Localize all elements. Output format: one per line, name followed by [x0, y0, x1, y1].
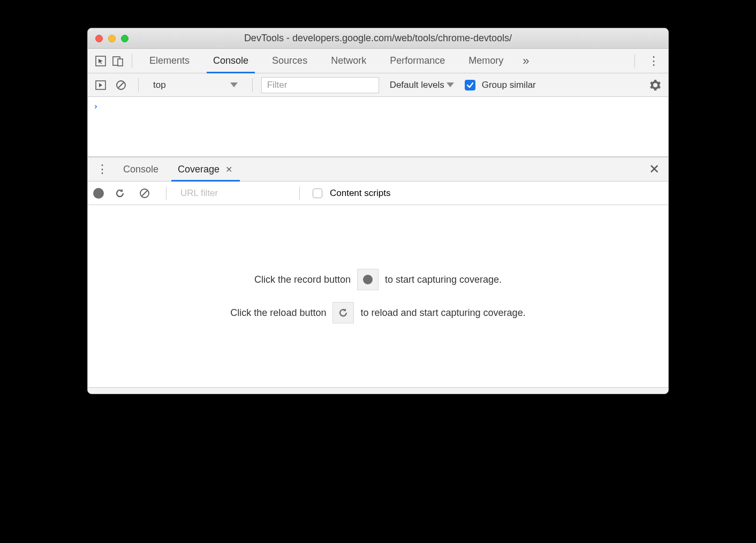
content-scripts-checkbox[interactable] — [313, 188, 322, 198]
content-scripts-label: Content scripts — [330, 188, 390, 199]
reload-hint-row: Click the reload button to reload and st… — [230, 302, 525, 323]
record-hint-post: to start capturing coverage. — [385, 274, 502, 285]
svg-line-7 — [142, 191, 147, 196]
svg-rect-2 — [118, 59, 123, 66]
reload-button[interactable] — [111, 185, 128, 202]
reload-icon — [338, 307, 349, 318]
reload-hint-pre: Click the reload button — [230, 307, 326, 319]
tab-label: Elements — [149, 55, 190, 66]
zoom-window-button[interactable] — [121, 35, 128, 42]
kebab-icon: ⋮ — [96, 162, 108, 176]
console-prompt-icon: › — [93, 101, 99, 111]
traffic-lights — [95, 35, 128, 42]
record-hint-pre: Click the record button — [254, 274, 351, 285]
tab-label: Performance — [390, 55, 445, 66]
tab-console[interactable]: Console — [201, 49, 260, 73]
tab-label: Memory — [468, 55, 503, 66]
tab-network[interactable]: Network — [319, 49, 378, 73]
titlebar: DevTools - developers.google.com/web/too… — [88, 28, 668, 49]
tab-label: Console — [213, 55, 248, 66]
show-console-sidebar-icon[interactable] — [92, 77, 109, 94]
caret-down-icon — [230, 82, 238, 87]
coverage-toolbar: Content scripts — [88, 182, 668, 205]
drawer-footer — [88, 387, 668, 394]
svg-line-5 — [118, 82, 124, 88]
record-icon — [363, 275, 373, 284]
drawer-tab-coverage[interactable]: Coverage ✕ — [168, 157, 243, 181]
tab-memory[interactable]: Memory — [457, 49, 515, 73]
more-tabs-button[interactable]: » — [515, 49, 536, 73]
close-icon: ✕ — [649, 162, 660, 176]
separator — [132, 54, 132, 68]
tab-elements[interactable]: Elements — [138, 49, 201, 73]
record-hint-button[interactable] — [357, 269, 379, 290]
minimize-window-button[interactable] — [108, 35, 116, 42]
caret-down-icon — [447, 82, 454, 87]
execution-context-selector[interactable]: top — [147, 77, 244, 93]
record-button[interactable] — [93, 188, 104, 199]
coverage-empty-state: Click the record button to start capturi… — [88, 205, 668, 387]
gear-icon — [650, 80, 661, 90]
main-toolbar: Elements Console Sources Network Perform… — [88, 49, 668, 73]
console-toolbar: top Default levels Group similar — [88, 73, 668, 97]
group-similar-label: Group similar — [482, 80, 536, 90]
record-hint-row: Click the record button to start capturi… — [254, 269, 502, 290]
tab-sources[interactable]: Sources — [260, 49, 319, 73]
group-similar-checkbox[interactable] — [465, 80, 475, 90]
execution-context-label: top — [153, 80, 166, 90]
settings-menu-button[interactable]: ⋮ — [644, 54, 664, 68]
clear-coverage-button[interactable] — [136, 185, 153, 202]
reload-hint-button[interactable] — [332, 302, 354, 323]
close-drawer-button[interactable]: ✕ — [644, 162, 665, 177]
drawer-tabbar: ⋮ Console Coverage ✕ ✕ — [88, 157, 668, 182]
reload-hint-post: to reload and start capturing coverage. — [360, 307, 525, 319]
clear-icon — [139, 188, 150, 199]
reload-icon — [115, 188, 125, 199]
tab-label: Sources — [272, 55, 307, 66]
window-title: DevTools - developers.google.com/web/too… — [88, 33, 668, 44]
chevrons-right-icon: » — [523, 54, 529, 68]
devtools-window: DevTools - developers.google.com/web/too… — [87, 28, 669, 394]
main-tabs: Elements Console Sources Network Perform… — [138, 49, 536, 73]
close-window-button[interactable] — [95, 35, 103, 42]
drawer-menu-button[interactable]: ⋮ — [91, 162, 114, 176]
tab-label: Network — [331, 55, 366, 66]
close-tab-icon[interactable]: ✕ — [224, 164, 233, 174]
drawer-tab-label: Console — [123, 164, 158, 175]
separator — [138, 78, 139, 92]
separator — [634, 54, 635, 68]
inspect-element-icon[interactable] — [92, 52, 109, 70]
url-filter-input[interactable] — [179, 186, 286, 201]
tab-performance[interactable]: Performance — [378, 49, 457, 73]
log-levels-selector[interactable]: Default levels — [390, 80, 454, 90]
separator — [299, 186, 300, 200]
check-icon — [466, 81, 474, 89]
separator — [166, 186, 167, 200]
device-toolbar-icon[interactable] — [109, 52, 126, 70]
log-levels-label: Default levels — [390, 80, 444, 90]
console-output[interactable]: › — [88, 97, 668, 157]
console-filter-input[interactable] — [261, 77, 379, 93]
drawer-tab-label: Coverage — [178, 164, 220, 175]
kebab-icon: ⋮ — [648, 54, 660, 67]
clear-console-icon[interactable] — [112, 77, 130, 94]
separator — [252, 78, 253, 92]
drawer-tab-console[interactable]: Console — [114, 157, 168, 181]
console-settings-button[interactable] — [647, 80, 664, 90]
